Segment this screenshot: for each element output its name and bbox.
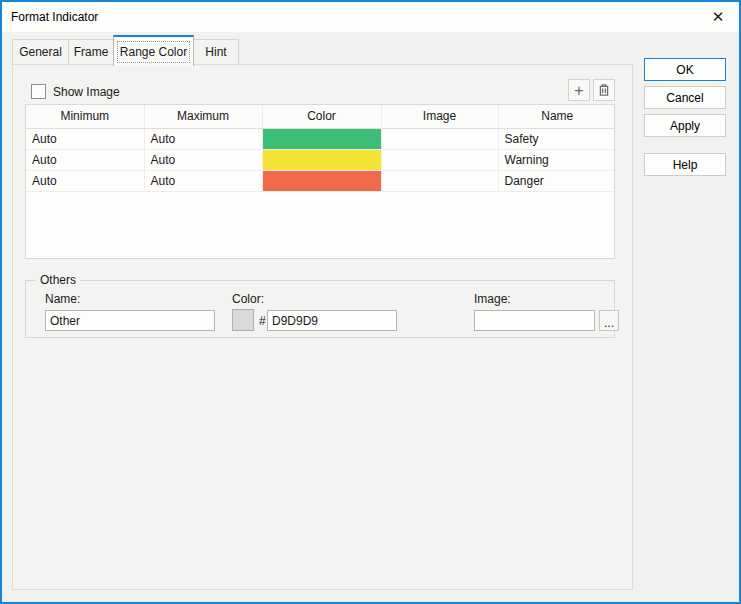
col-header-name[interactable]: Name: [498, 105, 615, 128]
table-row-warning[interactable]: Auto Auto Warning: [26, 149, 615, 170]
table-header-row: Minimum Maximum Color Image Name: [26, 105, 615, 128]
image-cell[interactable]: [381, 170, 498, 191]
others-group-label: Others: [36, 273, 80, 287]
tab-range-color-label: Range Color: [120, 45, 187, 59]
browse-image-button[interactable]: ...: [599, 310, 619, 331]
col-header-color[interactable]: Color: [262, 105, 381, 128]
plus-icon: +: [574, 82, 584, 99]
col-header-maximum[interactable]: Maximum: [144, 105, 262, 128]
minimum-cell[interactable]: Auto: [26, 128, 144, 149]
range-table: Minimum Maximum Color Image Name Auto Au…: [25, 104, 615, 259]
apply-button[interactable]: Apply: [644, 114, 726, 137]
col-header-minimum[interactable]: Minimum: [26, 105, 144, 128]
add-range-button[interactable]: +: [568, 79, 590, 101]
color-hex-input[interactable]: [267, 310, 397, 331]
table-row-safety[interactable]: Auto Auto Safety: [26, 128, 615, 149]
tab-hint-label: Hint: [205, 45, 226, 59]
name-cell[interactable]: Danger: [498, 170, 615, 191]
range-color-tab-panel: Show Image +: [12, 64, 633, 590]
hash-label: #: [259, 314, 266, 328]
title-bar: Format Indicator ✕: [2, 2, 739, 32]
maximum-cell[interactable]: Auto: [144, 149, 262, 170]
tab-hint[interactable]: Hint: [193, 39, 239, 65]
name-input[interactable]: [45, 310, 215, 331]
help-button[interactable]: Help: [644, 153, 726, 176]
cancel-button[interactable]: Cancel: [644, 86, 726, 109]
delete-range-button[interactable]: [593, 79, 615, 101]
maximum-cell[interactable]: Auto: [144, 128, 262, 149]
maximum-cell[interactable]: Auto: [144, 170, 262, 191]
tab-general[interactable]: General: [12, 39, 69, 65]
tab-frame-label: Frame: [74, 45, 109, 59]
name-field-label: Name:: [45, 292, 80, 306]
ok-button[interactable]: OK: [644, 58, 726, 81]
show-image-checkbox[interactable]: [31, 84, 46, 99]
show-image-label: Show Image: [53, 85, 120, 99]
table-row-danger[interactable]: Auto Auto Danger: [26, 170, 615, 191]
minimum-cell[interactable]: Auto: [26, 149, 144, 170]
close-icon[interactable]: ✕: [703, 5, 733, 29]
image-cell[interactable]: [381, 149, 498, 170]
tab-frame[interactable]: Frame: [68, 39, 114, 65]
trash-icon: [597, 83, 611, 97]
image-input[interactable]: [474, 310, 595, 331]
image-cell[interactable]: [381, 128, 498, 149]
tab-general-label: General: [19, 45, 62, 59]
name-cell[interactable]: Warning: [498, 149, 615, 170]
color-field-label: Color:: [232, 292, 264, 306]
color-cell[interactable]: [262, 170, 381, 191]
color-cell[interactable]: [262, 149, 381, 170]
minimum-cell[interactable]: Auto: [26, 170, 144, 191]
col-header-image[interactable]: Image: [381, 105, 498, 128]
color-cell[interactable]: [262, 128, 381, 149]
name-cell[interactable]: Safety: [498, 128, 615, 149]
others-group: Others Name: Color: # Image: ...: [25, 280, 615, 338]
tab-range-color[interactable]: Range Color: [113, 35, 194, 66]
color-swatch[interactable]: [232, 309, 254, 331]
image-field-label: Image:: [474, 292, 511, 306]
format-indicator-dialog: Format Indicator ✕ General Frame Range C…: [0, 0, 741, 604]
window-title: Format Indicator: [11, 2, 98, 32]
